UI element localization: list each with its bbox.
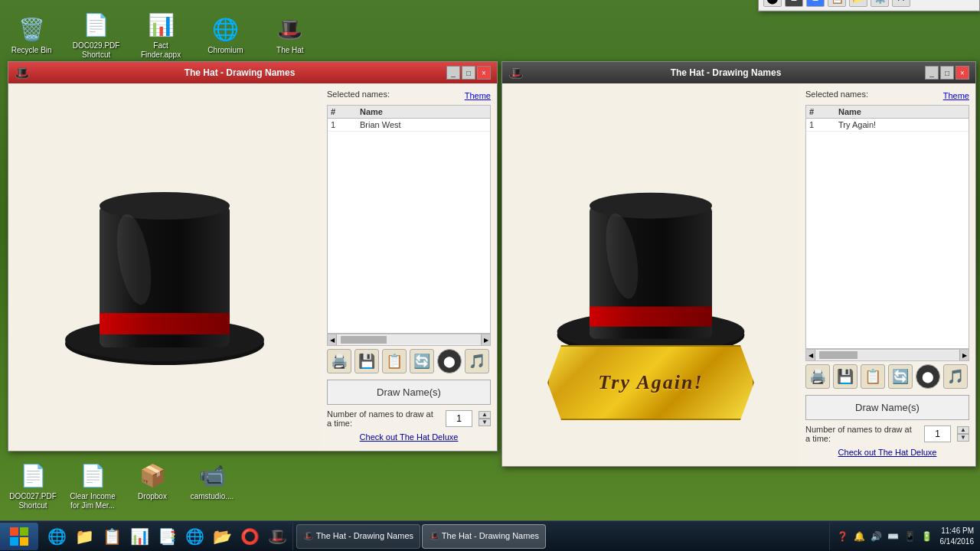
left-num-input[interactable]: [446, 410, 472, 427]
taskbar-hat-app-2-label: 🎩 The Hat - Drawing Names: [429, 531, 539, 541]
left-close-button[interactable]: ×: [477, 66, 491, 80]
desktop-icons-top: 🗑️ Recycle Bin 📄 DOC029.PDF Shortcut 📊 F…: [0, 0, 322, 69]
desktop-icon-recycle-bin[interactable]: 🗑️ Recycle Bin: [6, 14, 57, 55]
camstudio-desktop-icon: 📹: [197, 460, 227, 491]
cam-tool-open[interactable]: 📂: [849, 0, 867, 7]
right-draw-button[interactable]: Draw Name(s): [805, 395, 969, 420]
left-scroll-right[interactable]: ▶: [481, 334, 490, 345]
left-scrollbar[interactable]: ◀ ▶: [327, 334, 491, 346]
left-refresh-button[interactable]: 🔄: [410, 349, 434, 373]
taskbar-powerpoint-icon[interactable]: 📑: [155, 524, 179, 549]
table-row: 1 Brian West: [328, 119, 490, 132]
right-refresh-button[interactable]: 🔄: [888, 364, 913, 389]
systray-apps-icon[interactable]: 📱: [903, 530, 917, 543]
left-scroll-thumb[interactable]: [341, 336, 387, 344]
left-spinner-down[interactable]: ▼: [479, 419, 491, 426]
left-draw-button[interactable]: Draw Name(s): [327, 380, 491, 405]
desktop-icon-dropbox[interactable]: 📦 Dropbox: [126, 460, 179, 510]
right-spinner-down[interactable]: ▼: [957, 434, 969, 442]
right-spinner-up[interactable]: ▲: [957, 426, 969, 434]
taskbar-hat-app-1[interactable]: 🎩 The Hat - Drawing Names: [296, 524, 420, 549]
taskbar-quick-launch: 🌐 📁 📋 📊 📑 🌐 📂 ⭕ 🎩: [41, 523, 293, 550]
left-paste-button[interactable]: 📋: [382, 349, 407, 373]
left-num-label: Number of names to draw at a time:: [327, 409, 439, 428]
desktop-icon-camstudio[interactable]: 📹 camstudio....: [185, 460, 239, 510]
right-close-button[interactable]: ×: [956, 66, 969, 80]
right-window-titlebar[interactable]: 🎩 The Hat - Drawing Names _ □ ×: [502, 62, 975, 83]
right-theme-link[interactable]: Theme: [943, 91, 969, 100]
cam-tool-square[interactable]: ■: [785, 0, 803, 7]
cam-tool-blue[interactable]: ■: [806, 0, 825, 7]
cam-tool-copy[interactable]: 📋: [828, 0, 846, 7]
left-maximize-button[interactable]: □: [462, 66, 475, 80]
camstudio-window: 📹 CamStudio _ □ × File Region Options To…: [758, 0, 980, 11]
right-music-button[interactable]: 🎵: [943, 364, 968, 389]
taskbar-explorer-icon[interactable]: 📁: [72, 524, 96, 549]
doc027-label: DOC027.PDF Shortcut: [6, 492, 60, 510]
desktop-icon-doc027[interactable]: 📄 DOC027.PDF Shortcut: [6, 460, 60, 510]
systray-question-icon[interactable]: ❓: [836, 530, 850, 543]
chromium-label: Chromium: [207, 46, 243, 55]
systray-keyboard-icon[interactable]: ⌨️: [887, 530, 900, 543]
cam-tool-close[interactable]: ✕: [892, 0, 910, 7]
camstudio-toolbar: ⬤ ■ ■ 📋 📂 ⚙️ ✕: [759, 0, 979, 11]
left-print-button[interactable]: 🖨️: [327, 349, 351, 373]
desktop-icon-doc-pdf[interactable]: 📄 DOC029.PDF Shortcut: [70, 9, 121, 60]
left-window-titlebar[interactable]: 🎩 The Hat - Drawing Names _ □ ×: [8, 62, 497, 83]
desktop-icon-fact-finder[interactable]: 📊 Fact Finder.appx: [136, 9, 186, 60]
svg-point-4: [100, 192, 230, 220]
systray-power-icon[interactable]: 🔋: [920, 530, 934, 543]
cam-tool-settings[interactable]: ⚙️: [871, 0, 889, 7]
taskbar-app8-icon[interactable]: ⭕: [237, 524, 262, 549]
fact-finder-icon: 📊: [145, 9, 176, 40]
right-print-button[interactable]: 🖨️: [805, 364, 830, 389]
left-scroll-left[interactable]: ◀: [328, 334, 337, 345]
taskbar-excel-icon[interactable]: 📊: [127, 524, 152, 549]
right-save-button[interactable]: 💾: [833, 364, 858, 389]
right-scrollbar[interactable]: ◀ ▶: [805, 349, 969, 361]
clear-income-label: Clear Income for Jim Mer...: [66, 492, 119, 510]
left-num-control: Number of names to draw at a time: ▲ ▼: [327, 409, 491, 428]
systray-network-icon[interactable]: 🔔: [853, 530, 867, 543]
desktop-bottom-icons: 📄 DOC027.PDF Shortcut 📄 Clear Income for…: [0, 454, 245, 517]
fact-finder-label: Fact Finder.appx: [136, 41, 186, 60]
right-paste-button[interactable]: 📋: [861, 364, 885, 389]
taskbar-hat-app-2[interactable]: 🎩 The Hat - Drawing Names: [422, 524, 546, 549]
taskbar-app7-icon[interactable]: 📂: [210, 524, 234, 549]
right-deluxe-link[interactable]: Check out The Hat Deluxe: [805, 448, 969, 457]
left-hat-svg: [57, 137, 272, 397]
taskbar-browser-icon[interactable]: 🌐: [182, 524, 207, 549]
right-minimize-button[interactable]: _: [925, 66, 939, 80]
systray-speaker-icon[interactable]: 🔊: [870, 530, 884, 543]
right-scroll-left[interactable]: ◀: [806, 350, 815, 360]
hat-window-right: 🎩 The Hat - Drawing Names _ □ ×: [501, 61, 976, 467]
cam-tool-circle[interactable]: ⬤: [763, 0, 782, 7]
right-scroll-right[interactable]: ▶: [959, 350, 969, 360]
left-table-header: # Name: [328, 106, 490, 119]
left-spinner-up[interactable]: ▲: [479, 411, 491, 419]
left-spinner: ▲ ▼: [479, 411, 491, 426]
left-deluxe-link[interactable]: Check out The Hat Deluxe: [327, 432, 491, 442]
right-num-input[interactable]: [924, 425, 951, 442]
taskbar-word-icon[interactable]: 📋: [100, 524, 124, 549]
right-maximize-button[interactable]: □: [940, 66, 954, 80]
desktop-icon-the-hat[interactable]: 🎩 The Hat: [265, 14, 315, 55]
right-right-panel: Selected names: Theme # Name 1 Try Again…: [799, 83, 975, 466]
taskbar-hat-icon[interactable]: 🎩: [265, 524, 289, 549]
left-row-1-name: Brian West: [354, 120, 487, 129]
left-music-button[interactable]: 🎵: [465, 349, 489, 373]
right-scroll-thumb[interactable]: [819, 351, 858, 359]
taskbar-ie-icon[interactable]: 🌐: [44, 524, 69, 549]
taskbar-systray: ❓ 🔔 🔊 ⌨️ 📱 🔋 11:46 PM 6/14/2016: [829, 523, 981, 550]
right-table-header: # Name: [806, 106, 969, 119]
doc-pdf-label: DOC029.PDF Shortcut: [70, 41, 121, 60]
desktop-icon-clear-income[interactable]: 📄 Clear Income for Jim Mer...: [66, 460, 119, 510]
left-target-button[interactable]: ⬤: [437, 349, 462, 373]
right-row-1-num: 1: [809, 120, 832, 129]
right-target-button[interactable]: ⬤: [916, 364, 940, 389]
left-save-button[interactable]: 💾: [354, 349, 379, 373]
desktop-icon-chromium[interactable]: 🌐 Chromium: [200, 14, 250, 55]
start-button[interactable]: [0, 523, 38, 550]
left-theme-link[interactable]: Theme: [465, 91, 491, 100]
left-minimize-button[interactable]: _: [446, 66, 460, 80]
